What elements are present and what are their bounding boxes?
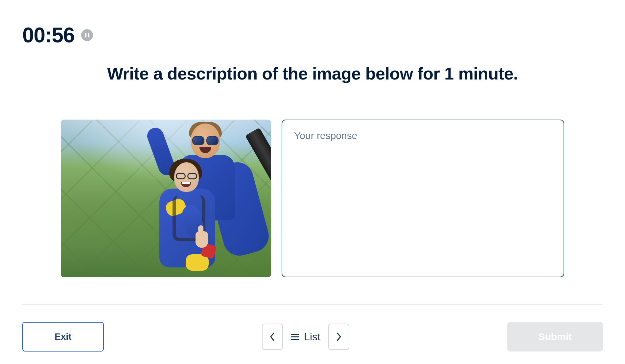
image-student	[156, 162, 215, 267]
pause-button[interactable]	[81, 29, 93, 41]
footer: Exit List S	[0, 304, 625, 364]
app-container: 00:56 Write a description of the image b…	[0, 0, 625, 364]
chevron-left-icon	[269, 332, 275, 342]
next-button[interactable]	[328, 324, 349, 350]
timer-display: 00:56	[22, 23, 75, 47]
response-box	[282, 120, 564, 277]
hamburger-icon	[291, 334, 299, 340]
content-area	[0, 120, 625, 277]
footer-row: Exit List S	[22, 322, 603, 352]
header-row: 00:56	[0, 0, 625, 47]
nav-group: List	[262, 324, 349, 350]
pause-icon	[85, 33, 89, 37]
prev-button[interactable]	[262, 324, 283, 350]
exit-button[interactable]: Exit	[22, 322, 104, 352]
divider	[22, 304, 603, 305]
submit-button[interactable]: Submit	[507, 322, 603, 352]
chevron-right-icon	[336, 332, 342, 342]
prompt-image	[61, 120, 271, 277]
prompt-text: Write a description of the image below f…	[0, 64, 625, 83]
list-label: List	[304, 331, 320, 343]
list-button[interactable]: List	[291, 331, 320, 343]
response-textarea[interactable]	[282, 120, 564, 277]
